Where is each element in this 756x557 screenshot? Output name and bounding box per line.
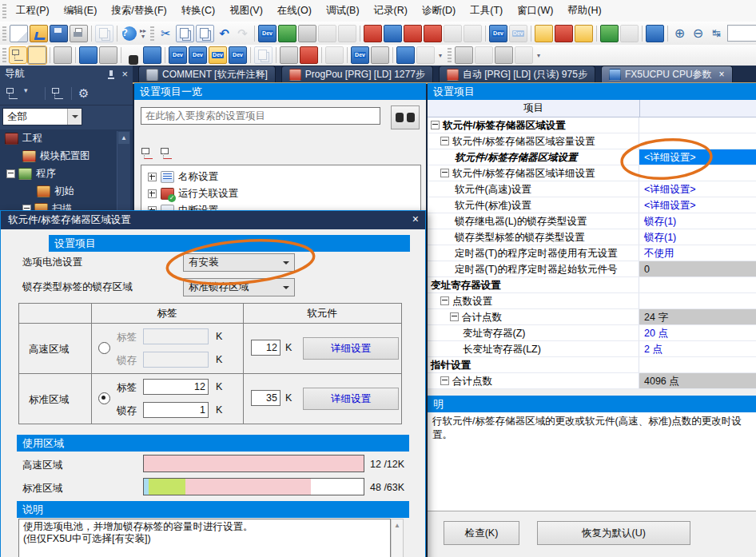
table-row[interactable]: 合计点数 4096 点 xyxy=(428,373,756,389)
table-row[interactable]: 变址寄存器(Z) 20 点 xyxy=(428,325,756,341)
open-project-icon[interactable] xyxy=(30,25,48,42)
tree-item-initial[interactable]: 初始 xyxy=(0,182,133,200)
collapse-tree-icon[interactable] xyxy=(50,86,66,101)
latch-area-combo[interactable]: 标准锁存区域 xyxy=(183,278,295,296)
tab-progpou[interactable]: ProgPou [PRG] [LD] 1277步 xyxy=(281,66,433,82)
read-from-plc-icon[interactable] xyxy=(555,25,573,42)
watch-window-icon[interactable] xyxy=(455,46,473,64)
note-scrollbar[interactable]: ▲ xyxy=(391,519,404,557)
nav-filter-combo[interactable]: 全部 xyxy=(2,108,82,125)
settings-gear-icon[interactable] xyxy=(77,86,93,101)
tree-item-operation-setting[interactable]: 运行关联设置 xyxy=(141,185,420,202)
toolbar-overflow-chevron[interactable]: ▸▸▾ xyxy=(138,25,148,42)
menu-view[interactable]: 视图(V) xyxy=(222,1,270,21)
navigation-close-icon[interactable]: × xyxy=(121,68,128,80)
table-row[interactable]: 软元件(高速)设置 <详细设置> xyxy=(428,181,756,197)
io-assign-icon[interactable] xyxy=(300,46,318,64)
new-project-icon[interactable] xyxy=(10,25,28,42)
device-tree-icon[interactable]: Dev xyxy=(229,46,247,64)
toolbar1b-grip[interactable] xyxy=(150,26,154,41)
table-row[interactable]: 软元件/标签存储器区域详细设置 xyxy=(428,165,756,181)
table-row-selected[interactable]: 软元件/标签存储器区域设置 <详细设置> xyxy=(428,149,756,165)
nav-filter-dropdown[interactable] xyxy=(67,109,82,125)
menu-recording[interactable]: 记录(R) xyxy=(367,1,415,21)
device-comment2-icon[interactable]: Dev xyxy=(509,25,527,42)
high-device-input[interactable] xyxy=(251,340,281,356)
watch-list-icon[interactable] xyxy=(99,46,117,64)
table-row[interactable]: 定时器(T)的程序定时器使用有无设置 不使用 xyxy=(428,245,756,261)
table-row[interactable]: 合计点数 24 字 xyxy=(428,309,756,325)
collapse-expander-icon[interactable] xyxy=(6,169,15,178)
device-monitor-icon[interactable] xyxy=(278,25,296,42)
toolbar2b-grip[interactable] xyxy=(448,48,452,62)
redo-icon[interactable] xyxy=(234,26,251,42)
edit-mode-icon[interactable] xyxy=(280,46,298,64)
snapshot-icon[interactable] xyxy=(254,46,273,64)
device-sr-icon[interactable]: Dev xyxy=(209,46,227,64)
find-prev-icon[interactable] xyxy=(444,25,462,42)
copy-icon[interactable] xyxy=(176,25,194,42)
battery-setting-combo[interactable]: 有安装 xyxy=(183,253,295,272)
table-row[interactable]: 点数设置 xyxy=(428,293,756,309)
menu-window[interactable]: 窗口(W) xyxy=(510,1,560,21)
search-binoculars-button[interactable] xyxy=(391,105,420,129)
toolbar1-grip[interactable] xyxy=(2,26,6,41)
collapse-all-icon[interactable] xyxy=(141,147,155,160)
menu-find-replace[interactable]: 搜索/替换(F) xyxy=(104,1,173,21)
high-detail-setting-button[interactable]: 详细设置 xyxy=(303,337,399,360)
table-row[interactable]: 定时器(T)的程序定时器起始软元件号 0 xyxy=(428,261,756,277)
dialog-title-bar[interactable]: 软元件/标签存储器区域设置 × xyxy=(1,211,425,229)
tree-item-program[interactable]: 程序 xyxy=(0,165,133,182)
program-list-icon[interactable] xyxy=(79,46,97,64)
table-row[interactable]: 变址寄存器设置 xyxy=(428,277,756,293)
table-row[interactable]: 锁存类型标签的锁存类型设置 锁存(1) xyxy=(428,229,756,245)
menu-diagnostics[interactable]: 诊断(D) xyxy=(415,1,463,21)
monitor-mode-icon[interactable] xyxy=(646,25,664,42)
tree-filter-icon[interactable] xyxy=(5,86,21,101)
standard-radio[interactable] xyxy=(98,392,110,404)
device-test2-icon[interactable] xyxy=(338,25,356,42)
device-entry-icon[interactable]: Dev xyxy=(169,46,187,64)
standard-latch-input[interactable] xyxy=(143,402,209,418)
setting-search-input[interactable] xyxy=(141,107,380,125)
save-project-icon[interactable] xyxy=(50,25,68,42)
device-test-icon[interactable] xyxy=(318,25,336,42)
high-speed-radio[interactable] xyxy=(98,342,110,354)
cross-ref-blue-icon[interactable] xyxy=(384,25,402,42)
expand-all-icon[interactable] xyxy=(160,147,174,160)
table-row[interactable]: 指针设置 xyxy=(428,357,756,373)
table-row[interactable]: 长变址寄存器(LZ) 2 点 xyxy=(428,341,756,357)
memory-dump-icon[interactable] xyxy=(515,46,533,64)
expand-plus-icon[interactable] xyxy=(148,189,157,198)
navigation-window-icon[interactable] xyxy=(10,47,26,63)
restore-default-button[interactable]: 恢复为默认(U) xyxy=(537,521,690,545)
help-icon[interactable] xyxy=(122,26,137,41)
collapse-icon[interactable] xyxy=(440,296,449,305)
standard-tag-input[interactable] xyxy=(143,379,209,395)
menu-project[interactable]: 工程(P) xyxy=(9,1,57,21)
window-find-icon[interactable] xyxy=(396,46,415,64)
fit-width-icon[interactable] xyxy=(708,26,725,42)
device-search2-icon[interactable] xyxy=(424,25,442,42)
device-display-icon[interactable]: Dev xyxy=(351,46,369,64)
toolbar2c-overflow-chevron[interactable]: ▾ xyxy=(534,46,543,64)
tab-cpu-parameter[interactable]: FX5UCPU CPU参数 × xyxy=(601,66,733,82)
monitor-stop-icon[interactable] xyxy=(620,25,639,42)
menu-edit[interactable]: 编辑(E) xyxy=(57,1,105,21)
standard-device-input[interactable] xyxy=(251,390,281,406)
tree-item-name-setting[interactable]: 名称设置 xyxy=(141,169,420,185)
collapse-icon[interactable] xyxy=(450,312,459,321)
zoom-out-icon[interactable] xyxy=(690,26,706,42)
verify-plc-icon[interactable] xyxy=(575,25,593,42)
stamp-icon[interactable] xyxy=(95,25,113,42)
device-comment-icon[interactable]: Dev xyxy=(489,25,507,42)
scroll-up-icon[interactable]: ▲ xyxy=(392,519,403,531)
tab-comment[interactable]: COMMENT [软元件注释] xyxy=(138,66,276,82)
device-search-icon[interactable] xyxy=(404,25,422,42)
collapse-icon[interactable] xyxy=(440,137,449,145)
menu-online[interactable]: 在线(O) xyxy=(270,1,319,21)
dock-anchor-icon[interactable] xyxy=(416,46,435,64)
tree-item-module-config[interactable]: 模块配置图 xyxy=(0,147,133,165)
menu-help[interactable]: 帮助(H) xyxy=(560,1,608,21)
label-list-icon[interactable] xyxy=(495,46,513,64)
